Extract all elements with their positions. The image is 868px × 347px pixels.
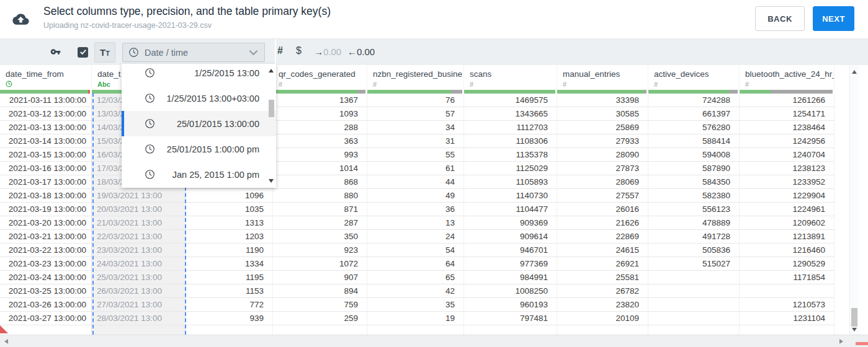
table-row: 2021-03-27 13:00:0028/03/2021 13:0093925… xyxy=(0,312,834,325)
table-cell: 27873 xyxy=(557,162,648,175)
text-type-label-small: T xyxy=(105,50,110,57)
format-option[interactable]: Jan 25, 2015 1:00 pm xyxy=(122,162,276,187)
corner-red-indicator xyxy=(856,342,868,345)
table-cell: 54 xyxy=(367,244,464,257)
scroll-left-arrow-icon[interactable] xyxy=(4,339,8,344)
table-cell: 2021-03-25 13:00:00 xyxy=(0,284,92,297)
table-cell: 27933 xyxy=(557,134,648,147)
table-cell: 588414 xyxy=(648,134,740,147)
table-cell: 1153 xyxy=(186,284,273,297)
table-cell: 2021-03-18 13:00:00 xyxy=(0,189,92,202)
column-header-scans[interactable]: scans# xyxy=(464,65,557,90)
column-header-bluetooth_active_24_hr_[interactable]: bluetooth_active_24_hr_# xyxy=(740,65,834,90)
column-label: bluetooth_active_24_hr_ xyxy=(745,69,834,79)
column-type-select[interactable]: Date / time xyxy=(122,43,265,62)
table-cell: 13 xyxy=(367,216,464,229)
table-cell: 1216460 xyxy=(740,244,834,257)
column-header-manual_entries[interactable]: manual_entries# xyxy=(557,65,648,90)
table-cell xyxy=(557,325,648,335)
format-options-list: 1/25/2015 13:001/25/2015 13:00+03:0025/0… xyxy=(122,64,276,187)
table-cell: 923 xyxy=(273,244,367,257)
table-cell: 984991 xyxy=(464,271,557,284)
table-cell: 26/03/2021 13:00 xyxy=(92,284,186,297)
currency-type-button[interactable]: $ xyxy=(296,45,302,56)
quality-segment-green xyxy=(557,90,644,94)
table-cell: 19/03/2021 13:00 xyxy=(92,189,186,202)
dropdown-scroll-up-icon[interactable] xyxy=(269,69,274,72)
table-cell xyxy=(186,325,273,335)
column-header-nzbn_registered_busine[interactable]: nzbn_registered_busine# xyxy=(367,65,464,90)
primary-key-icon[interactable] xyxy=(49,46,62,57)
column-type-label: # xyxy=(470,81,557,88)
format-option-label: 1/25/2015 13:00+03:00 xyxy=(155,94,276,103)
chevron-down-icon xyxy=(249,50,258,56)
table-cell: 259 xyxy=(273,312,367,325)
page-title: Select columns type, precision, and the … xyxy=(43,5,331,18)
decrease-decimals-value: 0.00 xyxy=(357,46,375,57)
format-option[interactable]: 1/25/2015 13:00+03:00 xyxy=(122,86,276,111)
decrease-decimals-button[interactable]: ←0.00 xyxy=(347,46,375,57)
horizontal-scrollbar[interactable] xyxy=(0,335,868,347)
table-cell: 907 xyxy=(273,271,367,284)
column-label: date_time_from xyxy=(6,69,91,79)
clock-icon xyxy=(145,68,155,78)
text-type-button[interactable]: TT xyxy=(94,42,115,63)
dropdown-scroll-thumb[interactable] xyxy=(269,100,274,117)
number-type-button[interactable]: # xyxy=(277,45,283,56)
format-option[interactable]: 25/01/2015 1:00:00 pm xyxy=(122,136,276,162)
table-cell xyxy=(648,284,740,297)
datetime-type-icon xyxy=(6,81,91,88)
table-cell: 1112703 xyxy=(464,121,557,134)
table-cell xyxy=(648,325,740,335)
table-cell: 993 xyxy=(273,148,367,161)
column-quality-bar xyxy=(0,90,90,94)
table-cell: 797481 xyxy=(464,312,557,325)
format-option-label: 25/01/2015 1:00:00 pm xyxy=(155,144,276,154)
quality-segment-green xyxy=(367,90,451,94)
toolbar-divider xyxy=(275,39,276,66)
increase-decimals-button[interactable]: →0.00 xyxy=(314,46,341,57)
table-cell xyxy=(648,312,740,325)
table-cell: 26921 xyxy=(557,257,648,270)
dropdown-scrollbar[interactable] xyxy=(267,64,276,188)
format-option[interactable]: 1/25/2015 13:00 xyxy=(122,64,276,86)
table-cell: 1367 xyxy=(273,94,367,107)
table-cell: 1093 xyxy=(273,107,367,120)
include-column-checkbox[interactable] xyxy=(78,47,88,58)
column-type-label: # xyxy=(373,81,463,88)
table-cell: 363 xyxy=(273,134,367,147)
dropdown-scroll-down-icon[interactable] xyxy=(269,179,274,183)
vertical-scrollbar[interactable] xyxy=(849,65,859,335)
scroll-right-arrow-icon[interactable] xyxy=(839,339,843,344)
right-arrow-icon: → xyxy=(314,46,323,57)
table-cell: 25581 xyxy=(557,271,648,284)
clock-icon xyxy=(128,47,139,58)
scroll-up-arrow-icon[interactable] xyxy=(852,70,857,74)
header: Select columns type, precision, and the … xyxy=(0,0,868,38)
column-header-date_time_from[interactable]: date_time_from xyxy=(0,65,92,90)
vertical-scroll-thumb[interactable] xyxy=(851,308,857,327)
table-cell: 1140730 xyxy=(464,189,557,202)
quality-segment-gray xyxy=(451,90,462,94)
table-cell: 2021-03-11 13:00:00 xyxy=(0,94,92,107)
next-button[interactable]: NEXT xyxy=(813,6,854,31)
table-cell xyxy=(92,325,186,335)
table-cell: 946701 xyxy=(464,244,557,257)
table-cell: 1238464 xyxy=(740,121,834,134)
table-cell: 2021-03-12 13:00:00 xyxy=(0,107,92,120)
table-row: 2021-03-26 13:00:0027/03/2021 13:0077275… xyxy=(0,298,834,312)
table-cell: 977369 xyxy=(464,257,557,270)
table-cell: 26016 xyxy=(557,203,648,216)
back-button[interactable]: BACK xyxy=(755,6,805,31)
table-cell: 871 xyxy=(273,203,367,216)
table-cell: 478889 xyxy=(648,216,740,229)
table-cell: 19 xyxy=(367,312,464,325)
table-cell xyxy=(740,284,834,297)
scroll-down-arrow-icon[interactable] xyxy=(852,328,857,332)
column-header-qr_codes_generated[interactable]: qr_codes_generated# xyxy=(273,65,367,90)
csv-import-wizard: Select columns type, precision, and the … xyxy=(0,0,868,347)
column-header-active_devices[interactable]: active_devices# xyxy=(648,65,740,90)
column-label: qr_codes_generated xyxy=(279,69,367,79)
format-option[interactable]: 25/01/2015 13:00:00 xyxy=(122,111,276,136)
table-cell: 1240704 xyxy=(740,148,834,161)
